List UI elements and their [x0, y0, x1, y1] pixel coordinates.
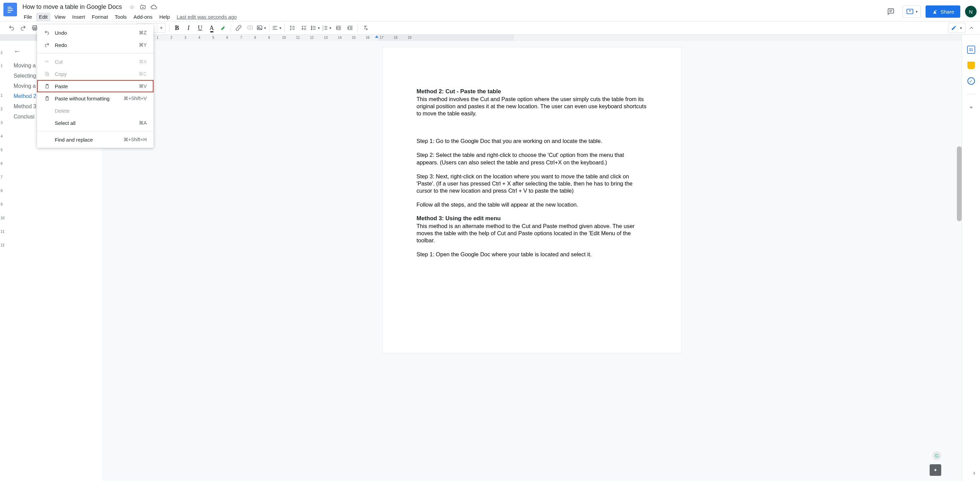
highlight-button[interactable] [218, 22, 229, 33]
paragraph: Step 1: Open the Google Doc where your t… [417, 251, 647, 258]
paragraph: Step 1: Go to the Google Doc that you ar… [417, 137, 647, 145]
menu-insert[interactable]: Insert [69, 13, 88, 21]
paragraph: Follow all the steps, and the table will… [417, 201, 647, 208]
svg-point-23 [311, 27, 312, 28]
paragraph: This method involves the Cut and Paste o… [417, 96, 647, 117]
menu-item-delete[interactable]: Delete [37, 105, 153, 117]
undo-icon [43, 30, 51, 35]
svg-point-22 [311, 26, 312, 27]
menu-format[interactable]: Format [89, 13, 111, 21]
star-icon[interactable]: ☆ [129, 4, 135, 11]
link-button[interactable] [233, 22, 244, 33]
bold-button[interactable]: B [172, 22, 182, 33]
move-folder-icon[interactable] [140, 4, 146, 11]
separator [231, 24, 231, 32]
svg-rect-0 [8, 7, 11, 8]
separator [358, 24, 358, 32]
image-button[interactable]: ▼ [256, 22, 267, 33]
paragraph: Step 3: Next, right-click on the locatio… [417, 173, 647, 194]
menu-edit[interactable]: Edit [36, 13, 50, 21]
sidepanel-toggle[interactable]: › [973, 470, 975, 476]
tasks-icon[interactable]: ✓ [966, 76, 976, 86]
grammarly-icon[interactable]: G [932, 451, 941, 460]
get-addons-icon[interactable]: ＋ [966, 102, 976, 112]
calendar-icon[interactable]: 31 [966, 45, 976, 54]
text-color-button[interactable]: A [206, 22, 217, 33]
separator [967, 94, 975, 94]
menu-item-undo[interactable]: Undo ⌘Z [37, 27, 153, 39]
menu-item-select-all[interactable]: Select all ⌘A [37, 117, 153, 129]
menu-addons[interactable]: Add-ons [130, 13, 155, 21]
menu-item-paste[interactable]: Paste ⌘V [37, 80, 153, 92]
menu-bar: File Edit View Insert Format Tools Add-o… [21, 13, 237, 21]
italic-button[interactable]: I [183, 22, 194, 33]
redo-icon [43, 42, 51, 48]
checklist-button[interactable] [298, 22, 309, 33]
svg-rect-43 [45, 72, 48, 75]
indent-increase-button[interactable] [345, 22, 356, 33]
line-spacing-button[interactable] [287, 22, 298, 33]
present-dropdown-icon[interactable]: ▼ [915, 10, 918, 14]
separator [285, 24, 285, 32]
collapse-toolbar-button[interactable] [966, 23, 977, 33]
menu-file[interactable]: File [21, 13, 35, 21]
underline-button[interactable]: U [195, 22, 205, 33]
docs-logo-icon[interactable] [3, 3, 17, 16]
editing-mode-button[interactable]: ▼ [948, 23, 966, 33]
heading-method3: Method 3: Using the edit menu [417, 215, 647, 222]
explore-fab[interactable]: ✦ [930, 464, 941, 476]
account-avatar[interactable]: N [965, 6, 977, 18]
svg-rect-3 [8, 12, 11, 13]
indent-decrease-button[interactable] [333, 22, 344, 33]
clear-formatting-button[interactable] [360, 22, 371, 33]
svg-rect-1 [8, 8, 13, 9]
bullet-list-button[interactable]: ▼ [310, 22, 321, 33]
doc-title[interactable]: How to move a table in Google Docs [21, 3, 123, 11]
menu-item-find-replace[interactable]: Find and replace ⌘+Shift+H [37, 134, 153, 146]
svg-text:T: T [46, 98, 48, 100]
paste-nf-icon: T [43, 96, 51, 101]
svg-rect-42 [46, 73, 49, 76]
scrollbar-handle[interactable] [957, 146, 962, 221]
redo-button[interactable] [18, 22, 29, 33]
undo-button[interactable] [6, 22, 17, 33]
svg-point-24 [311, 29, 312, 30]
cut-icon: ✂ [43, 59, 51, 65]
editing-dropdown-icon: ▼ [959, 26, 963, 30]
last-edit-link[interactable]: Last edit was seconds ago [177, 14, 237, 20]
numbered-list-button[interactable]: 123▼ [321, 22, 332, 33]
menu-item-copy[interactable]: Copy ⌘C [37, 68, 153, 80]
share-button[interactable]: Share [926, 5, 960, 18]
document-page[interactable]: Method 2: Cut - Paste the table This met… [382, 47, 682, 353]
cloud-status-icon[interactable] [150, 4, 157, 11]
font-size-increase[interactable]: + [157, 25, 165, 31]
menu-item-paste-without-formatting[interactable]: T Paste without formatting ⌘+Shift+V [37, 92, 153, 105]
menu-tools[interactable]: Tools [112, 13, 129, 21]
share-label: Share [940, 9, 954, 14]
svg-text:3: 3 [323, 29, 324, 31]
menu-help[interactable]: Help [156, 13, 172, 21]
document-scroll-area[interactable]: Method 2: Cut - Paste the table This met… [102, 41, 962, 481]
heading-method2: Method 2: Cut - Paste the table [417, 88, 647, 95]
menu-item-cut[interactable]: ✂ Cut ⌘X [37, 56, 153, 68]
svg-rect-2 [8, 10, 13, 11]
paste-icon [43, 84, 51, 89]
keep-icon[interactable] [966, 61, 976, 70]
paragraph: Step 2: Select the table and right-click… [417, 151, 647, 166]
align-button[interactable]: ▼ [272, 22, 282, 33]
side-panel: 31 ✓ ＋ [962, 41, 980, 481]
paragraph: This method is an alternate method to th… [417, 223, 647, 244]
edit-menu-dropdown: Undo ⌘Z Redo ⌘Y ✂ Cut ⌘X Copy ⌘C Paste ⌘… [37, 24, 153, 148]
menu-view[interactable]: View [52, 13, 68, 21]
separator [37, 131, 153, 131]
copy-icon [43, 72, 51, 76]
present-button[interactable]: ▼ [902, 5, 921, 18]
comment-button[interactable] [245, 22, 256, 33]
comments-icon[interactable] [884, 5, 898, 18]
menu-item-redo[interactable]: Redo ⌘Y [37, 39, 153, 51]
